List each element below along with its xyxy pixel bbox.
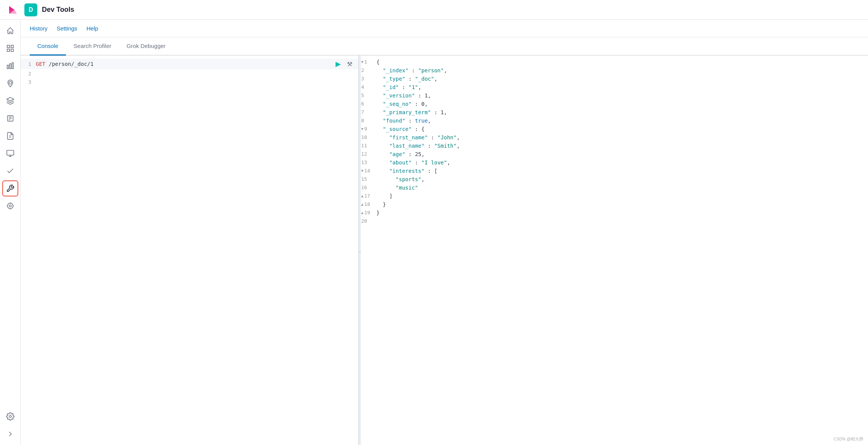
sidebar-item-expand[interactable] bbox=[2, 426, 18, 442]
svg-rect-6 bbox=[10, 64, 11, 69]
fold-14[interactable]: ▼ bbox=[361, 169, 363, 173]
tab-search-profiler[interactable]: Search Profiler bbox=[66, 37, 119, 56]
output-num-8: 8 bbox=[361, 118, 376, 123]
output-content[interactable]: ▼1 { 2 "_index" : "person", 3 "_type" : … bbox=[361, 56, 868, 445]
editor-line-1: 1 GET /person/_doc/1 ▶ ⚒ bbox=[21, 59, 358, 69]
top-bar: D Dev Tools bbox=[0, 0, 868, 20]
output-num-18: ▲18 bbox=[361, 201, 376, 207]
output-num-16: 16 bbox=[361, 185, 376, 190]
sidebar-item-dashboard[interactable] bbox=[2, 40, 18, 56]
output-content-12: "age" : 25, bbox=[376, 151, 868, 157]
sidebar-item-devtools[interactable] bbox=[2, 180, 18, 196]
output-num-14: ▼14 bbox=[361, 168, 376, 174]
nav-help[interactable]: Help bbox=[86, 24, 98, 32]
output-content-15: "sports", bbox=[376, 176, 868, 182]
editor-area: 1 GET /person/_doc/1 ▶ ⚒ 2 3 bbox=[21, 56, 868, 445]
line-num-2: 2 bbox=[21, 71, 36, 77]
output-line-1: ▼1 { bbox=[361, 59, 868, 67]
nav-history[interactable]: History bbox=[30, 24, 48, 32]
editor-content[interactable]: 1 GET /person/_doc/1 ▶ ⚒ 2 3 bbox=[21, 56, 358, 445]
output-num-15: 15 bbox=[361, 176, 376, 182]
nav-bar: History Settings Help bbox=[21, 20, 868, 37]
svg-point-11 bbox=[9, 205, 11, 207]
output-num-11: 11 bbox=[361, 143, 376, 148]
nav-settings[interactable]: Settings bbox=[57, 24, 77, 32]
output-num-5: 5 bbox=[361, 93, 376, 98]
fold-18[interactable]: ▲ bbox=[361, 202, 363, 206]
output-pane: ▼1 { 2 "_index" : "person", 3 "_type" : … bbox=[361, 56, 868, 445]
output-content-1: { bbox=[376, 59, 868, 65]
sidebar-item-home[interactable] bbox=[2, 23, 18, 39]
svg-point-8 bbox=[9, 81, 11, 84]
output-num-4: 4 bbox=[361, 84, 376, 90]
app-icon: D bbox=[24, 3, 37, 16]
sidebar-item-apm[interactable] bbox=[2, 145, 18, 161]
output-line-4: 4 "_id" : "1", bbox=[361, 84, 868, 92]
output-line-14: ▼14 "interests" : [ bbox=[361, 167, 868, 176]
output-content-6: "_seq_no" : 0, bbox=[376, 101, 868, 107]
svg-rect-10 bbox=[6, 150, 13, 155]
output-num-12: 12 bbox=[361, 151, 376, 157]
output-content-7: "_primary_term" : 1, bbox=[376, 109, 868, 115]
output-content-8: "found" : true, bbox=[376, 118, 868, 124]
output-num-20: 20 bbox=[361, 218, 376, 224]
line-num-1: 1 bbox=[21, 61, 36, 67]
svg-rect-4 bbox=[11, 49, 13, 51]
svg-rect-7 bbox=[12, 63, 13, 69]
output-num-17: ▲17 bbox=[361, 193, 376, 199]
sidebar-item-settings[interactable] bbox=[2, 408, 18, 424]
output-line-18: ▲18 } bbox=[361, 201, 868, 209]
output-content-14: "interests" : [ bbox=[376, 168, 868, 174]
output-content-10: "first_name" : "John", bbox=[376, 134, 868, 140]
output-num-19: ▲19 bbox=[361, 210, 376, 215]
editor-line-2: 2 bbox=[21, 69, 358, 78]
line-content-1[interactable]: GET /person/_doc/1 bbox=[36, 61, 334, 67]
output-num-10: 10 bbox=[361, 134, 376, 140]
output-content-2: "_index" : "person", bbox=[376, 67, 868, 73]
sidebar-item-maps[interactable] bbox=[2, 75, 18, 91]
output-line-13: 13 "about" : "I love", bbox=[361, 159, 868, 167]
fold-17[interactable]: ▲ bbox=[361, 194, 363, 198]
svg-rect-2 bbox=[11, 45, 13, 48]
watermark: CSDN @稻大胖 bbox=[834, 436, 863, 442]
output-content-3: "_type" : "_doc", bbox=[376, 76, 868, 82]
output-content-19: } bbox=[376, 210, 868, 216]
fold-19[interactable]: ▲ bbox=[361, 211, 363, 215]
svg-rect-3 bbox=[7, 49, 9, 51]
output-line-9: ▼9 "_source" : { bbox=[361, 126, 868, 134]
output-line-3: 3 "_type" : "_doc", bbox=[361, 75, 868, 84]
output-line-20: 20 bbox=[361, 218, 868, 226]
output-num-13: 13 bbox=[361, 159, 376, 165]
output-line-6: 6 "_seq_no" : 0, bbox=[361, 100, 868, 109]
output-num-3: 3 bbox=[361, 76, 376, 81]
sidebar-item-canvas[interactable] bbox=[2, 110, 18, 126]
output-num-9: ▼9 bbox=[361, 126, 376, 132]
app-title: Dev Tools bbox=[42, 6, 74, 14]
content-area: History Settings Help Console Search Pro… bbox=[21, 20, 868, 445]
wrench-button[interactable]: ⚒ bbox=[345, 60, 354, 69]
output-content-11: "last_name" : "Smith", bbox=[376, 143, 868, 149]
tab-console[interactable]: Console bbox=[30, 37, 66, 56]
output-line-17: ▲17 ] bbox=[361, 193, 868, 201]
sidebar-item-uptime[interactable] bbox=[2, 163, 18, 179]
fold-9[interactable]: ▼ bbox=[361, 127, 363, 131]
run-button[interactable]: ▶ bbox=[334, 59, 342, 69]
output-num-2: 2 bbox=[361, 67, 376, 73]
sidebar-item-monitoring[interactable] bbox=[2, 198, 18, 214]
output-line-12: 12 "age" : 25, bbox=[361, 151, 868, 159]
sidebar-item-visualize[interactable] bbox=[2, 58, 18, 74]
kibana-logo[interactable] bbox=[6, 3, 20, 17]
output-line-5: 5 "_version" : 1, bbox=[361, 92, 868, 100]
sidebar bbox=[0, 20, 21, 445]
tab-grok-debugger[interactable]: Grok Debugger bbox=[119, 37, 173, 56]
fold-1[interactable]: ▼ bbox=[361, 60, 363, 64]
tabs: Console Search Profiler Grok Debugger bbox=[21, 37, 868, 56]
output-content-17: ] bbox=[376, 193, 868, 199]
editor-pane: 1 GET /person/_doc/1 ▶ ⚒ 2 3 bbox=[21, 56, 359, 445]
sidebar-item-layers[interactable] bbox=[2, 93, 18, 109]
sidebar-item-logs[interactable] bbox=[2, 128, 18, 144]
output-content-4: "_id" : "1", bbox=[376, 84, 868, 90]
svg-point-13 bbox=[9, 415, 11, 418]
output-num-7: 7 bbox=[361, 109, 376, 115]
output-num-6: 6 bbox=[361, 101, 376, 107]
